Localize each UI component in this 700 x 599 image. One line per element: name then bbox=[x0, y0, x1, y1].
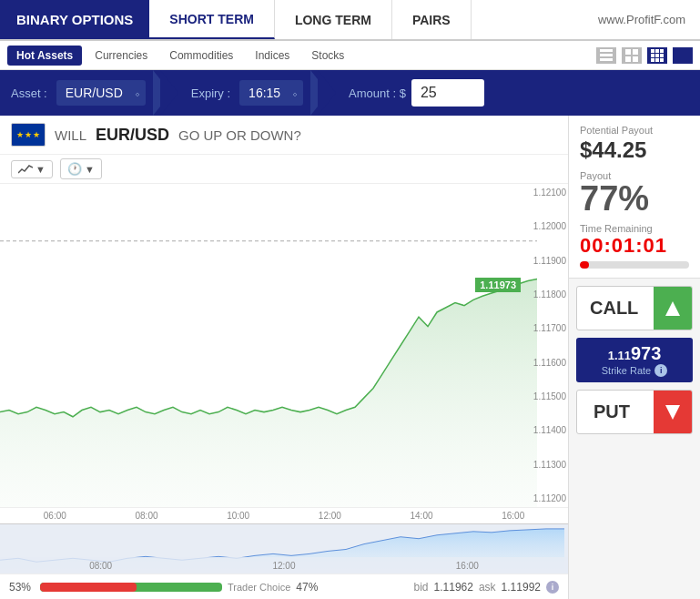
pct-right: 47% bbox=[296, 581, 321, 594]
down-arrow-icon bbox=[664, 403, 682, 421]
put-button-label: PUT bbox=[577, 391, 646, 433]
svg-rect-10 bbox=[651, 54, 654, 57]
subnav-stocks[interactable]: Stocks bbox=[302, 46, 353, 66]
right-panel: Potential Payout $44.25 Payout 77% Time … bbox=[568, 116, 700, 599]
x-label-4: 14:00 bbox=[376, 511, 468, 521]
call-button[interactable]: CALL bbox=[576, 286, 693, 330]
chart-pair: EUR/USD bbox=[96, 126, 169, 145]
svg-rect-2 bbox=[600, 58, 613, 61]
amount-input[interactable]: 25 bbox=[411, 79, 484, 107]
strike-rate-value: 1.11973 bbox=[585, 343, 684, 364]
current-price-label: 1.11973 bbox=[475, 278, 521, 292]
subnav-commodities[interactable]: Commodities bbox=[160, 46, 242, 66]
chart-wrapper: 1.12100 1.12000 1.11900 1.11800 1.11700 … bbox=[0, 184, 568, 599]
chart-time-button[interactable]: 🕐 ▼ bbox=[60, 158, 102, 179]
call-button-label: CALL bbox=[577, 287, 651, 330]
bid-label: bid bbox=[414, 581, 429, 594]
x-label-0: 06:00 bbox=[9, 511, 101, 521]
put-button[interactable]: PUT bbox=[576, 390, 693, 434]
chart-title-prefix: WILL bbox=[55, 127, 86, 143]
put-down-arrow bbox=[654, 391, 692, 433]
pct-left: 53% bbox=[9, 581, 35, 594]
time-remaining-value: 00:01:01 bbox=[580, 234, 689, 258]
svg-rect-1 bbox=[600, 54, 613, 56]
svg-rect-11 bbox=[655, 54, 659, 57]
expiry-selector[interactable]: 16:15 bbox=[239, 80, 303, 106]
chart-header: ★★★ WILL EUR/USD GO UP OR DOWN? bbox=[0, 116, 568, 155]
trader-bar-fill bbox=[40, 583, 137, 592]
chart-type-button[interactable]: ▼ bbox=[11, 160, 53, 178]
amount-label: Amount : $ bbox=[349, 86, 406, 100]
trader-bar bbox=[40, 583, 222, 592]
call-up-arrow bbox=[654, 287, 692, 330]
ask-value: 1.11992 bbox=[502, 581, 541, 594]
main-content: ★★★ WILL EUR/USD GO UP OR DOWN? ▼ 🕐 ▼ bbox=[0, 116, 700, 599]
svg-rect-13 bbox=[651, 58, 654, 62]
strike-rate-section: 1.11973 Strike Rate i bbox=[576, 338, 693, 382]
time-bar-fill bbox=[580, 261, 589, 269]
asset-selector[interactable]: EUR/USD bbox=[56, 80, 146, 106]
arrow-separator-1b bbox=[160, 70, 178, 116]
strike-rate-label-text: Strike Rate bbox=[602, 365, 651, 376]
nav-item-long-term[interactable]: LONG TERM bbox=[275, 0, 392, 39]
svg-rect-15 bbox=[660, 58, 664, 62]
svg-rect-12 bbox=[660, 54, 664, 57]
x-label-3: 12:00 bbox=[284, 511, 376, 521]
svg-rect-5 bbox=[625, 56, 631, 62]
payout-section: Potential Payout $44.25 Payout 77% Time … bbox=[569, 116, 700, 279]
mini-chart: 08:00 12:00 16:00 bbox=[0, 523, 568, 574]
ask-label: ask bbox=[479, 581, 496, 594]
expiry-select-input[interactable]: 16:15 bbox=[239, 80, 303, 106]
svg-rect-9 bbox=[660, 49, 664, 53]
time-remaining-label: Time Remaining bbox=[580, 223, 689, 234]
asset-bar: Asset : EUR/USD Expiry : 16:15 Amount : … bbox=[0, 70, 700, 116]
svg-rect-3 bbox=[625, 49, 631, 55]
x-label-1: 08:00 bbox=[101, 511, 193, 521]
chart-area: ★★★ WILL EUR/USD GO UP OR DOWN? ▼ 🕐 ▼ bbox=[0, 116, 568, 599]
sub-navigation: Hot Assets Currencies Commodities Indice… bbox=[0, 41, 700, 70]
bottom-bar: 53% Trader Choice 47% bid 1.11962 ask 1.… bbox=[0, 574, 568, 599]
svg-rect-14 bbox=[655, 58, 659, 62]
strike-rate-label-area: Strike Rate i bbox=[585, 364, 684, 377]
chart-plot: 1.12100 1.12000 1.11900 1.11800 1.11700 … bbox=[0, 184, 568, 507]
strike-rate-prefix: 1.11 bbox=[608, 349, 631, 362]
x-label-2: 10:00 bbox=[192, 511, 284, 521]
flag-icon: ★★★ bbox=[11, 123, 46, 147]
svg-rect-0 bbox=[600, 49, 613, 52]
grid-view-button[interactable] bbox=[622, 47, 642, 64]
subnav-currencies[interactable]: Currencies bbox=[86, 46, 157, 66]
strike-rate-suffix: 973 bbox=[631, 343, 661, 363]
svg-rect-8 bbox=[655, 49, 659, 53]
up-arrow-icon bbox=[664, 300, 682, 318]
payout-pct: 77% bbox=[580, 181, 689, 216]
nav-item-pairs[interactable]: PAIRS bbox=[392, 0, 472, 39]
list-view-button[interactable] bbox=[596, 47, 616, 64]
price-chart bbox=[0, 184, 568, 507]
bid-ask-info-icon[interactable]: i bbox=[546, 581, 559, 594]
logo: BINARY OPTIONS bbox=[0, 0, 149, 39]
potential-payout-label: Potential Payout bbox=[580, 125, 689, 136]
asset-select-input[interactable]: EUR/USD bbox=[56, 80, 146, 106]
x-label-5: 16:00 bbox=[467, 511, 559, 521]
strike-rate-info-icon[interactable]: i bbox=[654, 364, 667, 377]
bid-ask-area: bid 1.11962 ask 1.11992 i bbox=[414, 581, 559, 594]
bid-value: 1.11962 bbox=[434, 581, 473, 594]
svg-rect-4 bbox=[633, 49, 638, 55]
x-axis: 06:00 08:00 10:00 12:00 14:00 16:00 bbox=[0, 507, 568, 523]
view-controls bbox=[596, 47, 693, 64]
top-navigation: BINARY OPTIONS SHORT TERM LONG TERM PAIR… bbox=[0, 0, 700, 41]
nav-item-short-term[interactable]: SHORT TERM bbox=[149, 0, 275, 39]
svg-marker-18 bbox=[665, 405, 680, 420]
subnav-indices[interactable]: Indices bbox=[246, 46, 299, 66]
chart-toolbar: ▼ 🕐 ▼ bbox=[0, 155, 568, 184]
mini-x-label-0: 08:00 bbox=[9, 561, 192, 571]
subnav-hot-assets[interactable]: Hot Assets bbox=[7, 46, 82, 66]
time-bar-container bbox=[580, 261, 689, 269]
compact-view-button[interactable] bbox=[647, 47, 667, 64]
asset-label: Asset : bbox=[11, 86, 47, 100]
mini-x-label-1: 12:00 bbox=[192, 561, 375, 571]
expiry-label: Expiry : bbox=[191, 86, 230, 100]
website-url: www.ProfitF.com bbox=[598, 0, 700, 39]
chart-title-suffix: GO UP OR DOWN? bbox=[178, 127, 301, 143]
dark-view-button[interactable] bbox=[673, 47, 693, 64]
